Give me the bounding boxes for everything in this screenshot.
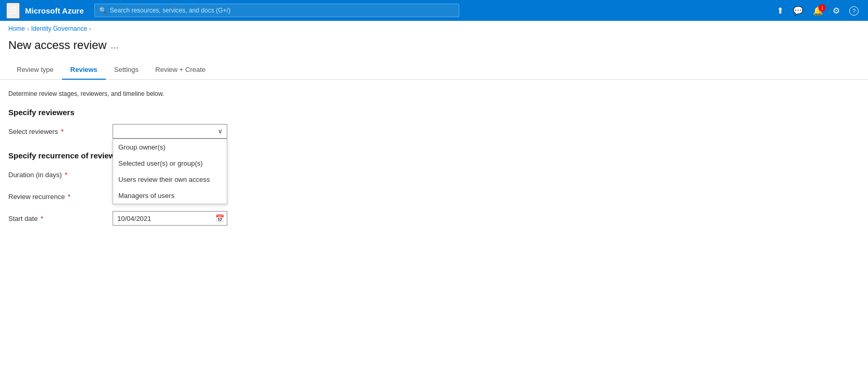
select-reviewers-dropdown-wrapper: ∨ Group owner(s) Selected user(s) or gro… — [113, 124, 227, 139]
breadcrumb: Home › Identity Governance › — [0, 21, 868, 36]
feedback-icon: 💬 — [793, 6, 803, 15]
tabs-bar: Review type Reviews Settings Review + Cr… — [0, 60, 868, 80]
breadcrumb-home[interactable]: Home — [8, 25, 25, 32]
help-icon: ? — [849, 6, 859, 16]
hamburger-menu-button[interactable]: ☰ — [6, 3, 20, 19]
required-star-start-date: * — [39, 215, 43, 222]
duration-label: Duration (in days) * — [8, 171, 113, 179]
tab-review-create[interactable]: Review + Create — [147, 60, 214, 80]
required-star-duration: * — [63, 171, 68, 179]
feedback-button[interactable]: 💬 — [790, 4, 806, 18]
select-reviewers-row: Select reviewers * ∨ Group owner(s) Sele… — [8, 124, 860, 139]
recurrence-label: Review recurrence * — [8, 193, 113, 201]
search-icon: 🔍 — [99, 7, 107, 14]
notification-badge: 1 — [818, 4, 826, 11]
hamburger-icon: ☰ — [9, 6, 17, 15]
breadcrumb-sep-2: › — [89, 26, 91, 32]
dropdown-item-selected-users[interactable]: Selected user(s) or group(s) — [113, 155, 227, 171]
start-date-wrapper: 📅 — [113, 211, 227, 226]
tab-reviews[interactable]: Reviews — [62, 60, 106, 80]
main-content: Determine review stages, reviewers, and … — [0, 80, 868, 243]
cloud-upload-icon: ⬆ — [777, 6, 784, 15]
breadcrumb-sep-1: › — [27, 26, 29, 32]
app-title: Microsoft Azure — [25, 6, 84, 15]
required-star-recurrence: * — [66, 193, 70, 201]
page-title: New access review — [8, 39, 106, 52]
notifications-button[interactable]: 🔔 1 — [810, 4, 826, 18]
reviewers-dropdown-menu: Group owner(s) Selected user(s) or group… — [113, 139, 227, 204]
cloud-upload-button[interactable]: ⬆ — [774, 4, 787, 18]
topbar: ☰ Microsoft Azure 🔍 ⬆ 💬 🔔 1 ⚙ ? — [0, 0, 868, 21]
select-reviewers-label: Select reviewers * — [8, 128, 113, 135]
start-date-label: Start date * — [8, 215, 113, 222]
select-reviewers-dropdown[interactable]: ∨ — [113, 124, 227, 139]
page-subtitle: Determine review stages, reviewers, and … — [8, 90, 860, 97]
tab-settings[interactable]: Settings — [106, 60, 147, 80]
gear-icon: ⚙ — [833, 6, 840, 15]
chevron-down-icon: ∨ — [218, 128, 223, 135]
start-date-row: Start date * 📅 — [8, 211, 860, 226]
topbar-icon-group: ⬆ 💬 🔔 1 ⚙ ? — [774, 4, 862, 18]
tab-review-type[interactable]: Review type — [8, 60, 62, 80]
search-bar[interactable]: 🔍 — [94, 4, 459, 17]
more-options-button[interactable]: ... — [111, 40, 118, 51]
specify-reviewers-heading: Specify reviewers — [8, 108, 860, 117]
help-button[interactable]: ? — [846, 4, 862, 18]
dropdown-item-group-owners[interactable]: Group owner(s) — [113, 139, 227, 155]
page-title-row: New access review ... — [0, 36, 868, 60]
breadcrumb-identity-governance[interactable]: Identity Governance — [31, 25, 87, 32]
required-star-reviewers: * — [59, 128, 64, 135]
start-date-input[interactable] — [113, 211, 227, 226]
dropdown-item-managers[interactable]: Managers of users — [113, 188, 227, 204]
search-input[interactable] — [110, 7, 455, 14]
dropdown-item-self-review[interactable]: Users review their own access — [113, 171, 227, 188]
settings-button[interactable]: ⚙ — [829, 4, 843, 18]
calendar-icon[interactable]: 📅 — [215, 214, 224, 222]
